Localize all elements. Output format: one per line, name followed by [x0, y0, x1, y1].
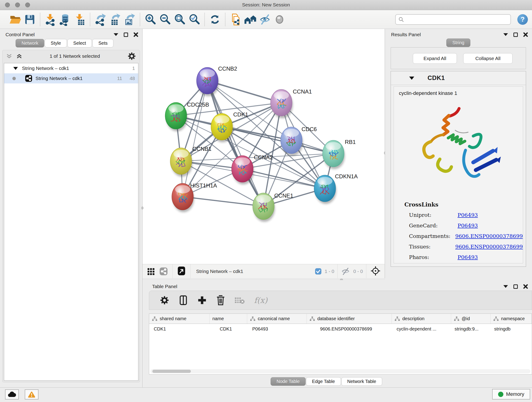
help-button[interactable]: ? — [517, 14, 528, 25]
panel-maximize-icon[interactable] — [124, 32, 128, 37]
panel-maximize-icon[interactable] — [513, 284, 518, 289]
tab-network-table[interactable]: Network Table — [341, 377, 382, 386]
grid-view-icon[interactable] — [147, 267, 155, 275]
network-node-CCNA2[interactable] — [232, 156, 254, 185]
tab-sets[interactable]: Sets — [92, 39, 114, 47]
import-network-file-button[interactable] — [43, 12, 58, 27]
expand-all-icon[interactable] — [16, 53, 22, 59]
cloud-status-button[interactable] — [5, 389, 19, 400]
string-network-graph[interactable]: CCNB2CCNA1CDC25BCDK1CDC6RB1CCNB1CCNA2CDK… — [143, 29, 385, 264]
node-table-header: shared namenamecanonical namedatabase id… — [149, 314, 532, 324]
network-edge[interactable] — [183, 197, 264, 206]
crosslink-value[interactable]: P06493 — [457, 212, 478, 218]
export-image-button[interactable] — [122, 12, 137, 27]
collapse-all-icon[interactable] — [6, 53, 12, 59]
gene-name: CDK1 — [428, 75, 445, 82]
network-node-CDC25B[interactable] — [165, 102, 187, 131]
show-all-panels-button[interactable] — [243, 12, 258, 27]
toolbar-search — [395, 14, 511, 25]
table-settings-gear-icon[interactable] — [160, 295, 169, 305]
zoom-fit-button[interactable] — [172, 12, 187, 27]
zoom-in-button[interactable] — [143, 12, 158, 27]
table-horizontal-scrollbar[interactable] — [151, 369, 530, 373]
refresh-view-button[interactable] — [208, 12, 222, 27]
network-canvas[interactable]: CCNB2CCNA1CDC25BCDK1CDC6RB1CCNB1CCNA2CDK… — [143, 29, 385, 264]
column-label: database identifier — [317, 316, 355, 321]
search-input[interactable] — [406, 17, 508, 22]
gray-eye-icon — [273, 13, 286, 26]
tab-edge-table[interactable]: Edge Table — [306, 377, 341, 386]
delete-column-trash-icon[interactable] — [216, 295, 225, 306]
column-header-namespace[interactable]: namespace — [491, 314, 532, 324]
save-session-button[interactable] — [22, 12, 37, 27]
section-collapse-caret[interactable] — [409, 77, 414, 80]
zoom-selected-button[interactable] — [187, 12, 202, 27]
birds-eye-view-icon[interactable] — [177, 266, 185, 275]
tab-network[interactable]: Network — [16, 39, 44, 47]
panel-close-icon[interactable] — [523, 32, 528, 37]
column-header-database-identifier[interactable]: database identifier — [307, 314, 392, 324]
collection-expand-caret[interactable] — [13, 67, 18, 70]
collapse-all-button[interactable]: Collapse All — [463, 53, 513, 64]
network-node-CCNA1[interactable] — [271, 89, 293, 118]
crosslink-value[interactable]: 9606.ENSP00000378699 — [455, 244, 523, 249]
delete-table-icon — [234, 296, 245, 304]
network-node-RB1[interactable] — [323, 140, 345, 169]
eye-slash-icon — [259, 13, 271, 26]
panel-float-icon[interactable] — [503, 285, 508, 288]
tab-select[interactable]: Select — [67, 39, 92, 47]
table-row[interactable]: CDK1CDK1P064939606.ENSP00000378699cyclin… — [149, 324, 532, 334]
show-view-button[interactable] — [272, 12, 287, 27]
scrollbar-thumb[interactable] — [152, 370, 191, 373]
network-edge[interactable] — [242, 169, 325, 188]
toolbar-separator — [225, 13, 225, 26]
network-share-icon[interactable] — [159, 267, 168, 275]
import-network-database-button[interactable] — [58, 12, 72, 27]
hide-panel-button[interactable] — [258, 12, 272, 27]
export-table-button[interactable] — [108, 12, 122, 27]
show-columns-icon[interactable] — [178, 295, 188, 305]
toolbar-separator — [140, 13, 140, 26]
column-header-canonical-name[interactable]: canonical name — [247, 314, 307, 324]
selected-nodes-checkbox-icon[interactable] — [315, 268, 322, 274]
zoom-out-button[interactable] — [158, 12, 172, 27]
network-node-CCNB2[interactable] — [196, 67, 219, 96]
tab-node-table[interactable]: Node Table — [271, 377, 306, 386]
column-header-@id[interactable]: @id — [451, 314, 491, 324]
column-header-description[interactable]: description — [392, 314, 451, 324]
panel-close-icon[interactable] — [523, 284, 528, 289]
column-header-name[interactable]: name — [210, 314, 247, 324]
panel-close-icon[interactable] — [133, 32, 138, 37]
import-table-file-button[interactable] — [72, 12, 87, 27]
expand-all-button[interactable]: Expand All — [413, 53, 457, 64]
network-edge[interactable] — [183, 81, 207, 197]
network-row[interactable]: String Network – cdk1 11 48 — [4, 73, 138, 83]
panel-float-icon[interactable] — [114, 33, 118, 36]
crosslink-value[interactable]: P06493 — [457, 254, 478, 260]
clone-network-button[interactable] — [228, 12, 243, 27]
node-count: 11 — [109, 76, 122, 81]
crosslink-value[interactable]: P06493 — [457, 223, 478, 229]
network-collection-row[interactable]: String Network – cdk1 1 — [4, 63, 138, 73]
panel-maximize-icon[interactable] — [513, 32, 518, 37]
network-options-gear-icon[interactable] — [127, 52, 136, 61]
open-file-button[interactable] — [8, 12, 22, 27]
memory-button[interactable]: Memory — [492, 389, 530, 400]
control-panel: Control Panel NetworkStyleSelectSets 1 o… — [0, 29, 143, 387]
create-column-plus-icon[interactable] — [197, 295, 207, 305]
export-network-button[interactable] — [93, 12, 108, 27]
left-splitter-handle[interactable] — [141, 206, 143, 210]
network-node-CDKN1A[interactable] — [314, 175, 336, 204]
tab-style[interactable]: Style — [45, 39, 67, 47]
column-header-shared-name[interactable]: shared name — [149, 314, 210, 324]
tab-string[interactable]: String — [446, 38, 470, 47]
crosslink-value[interactable]: 9606.ENSP00000378699 — [455, 233, 523, 239]
warnings-button[interactable] — [25, 389, 38, 400]
gene-section-header[interactable]: CDK1 — [391, 71, 526, 85]
crosslinks-title: CrossLinks — [404, 201, 523, 208]
network-node-CDK1[interactable] — [211, 114, 233, 142]
network-node-CCNB1[interactable] — [170, 148, 192, 177]
network-node-CCNE1[interactable] — [253, 193, 275, 222]
panel-float-icon[interactable] — [503, 33, 508, 36]
navigate-crosshair-icon[interactable] — [371, 266, 380, 275]
